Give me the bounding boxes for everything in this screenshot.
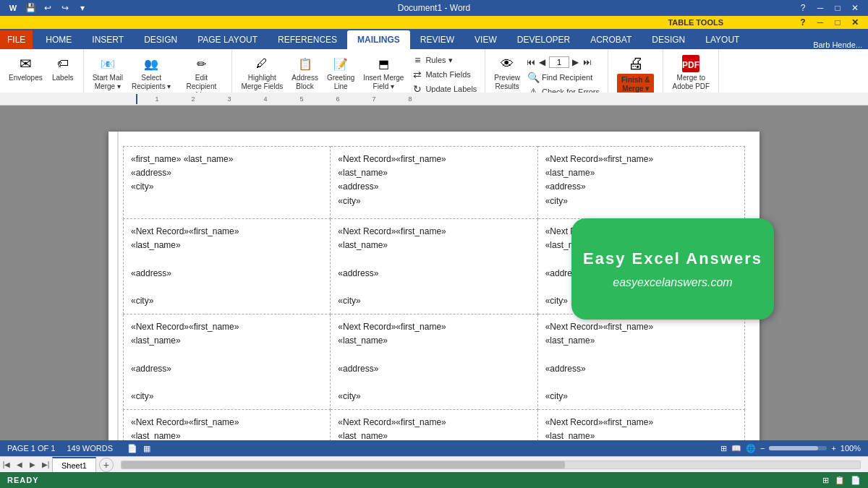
match-fields-button[interactable]: ⇄ Match Fields [409,68,479,81]
page-status: PAGE 1 OF 1 [7,444,55,453]
ready-status: READY [7,476,39,484]
minimize-tt[interactable]: ─ [813,15,827,30]
select-recipients-button[interactable]: 👥 SelectRecipients ▾ [129,52,174,93]
match-fields-icon: ⇄ [412,69,423,80]
insert-merge-field-icon: ⬒ [373,53,393,74]
rules-button[interactable]: ≡ Rules ▾ [409,53,479,67]
help-button[interactable]: ? [796,1,810,15]
close-tt[interactable]: ✕ [848,15,862,30]
merge-to-adobe-pdf-button[interactable]: PDF Merge toAdobe PDF [669,52,712,93]
main-content: «first_name» «last_name»«address»«city» … [0,106,868,440]
restore-button[interactable]: □ [830,1,845,15]
labels-button[interactable]: 🏷 Labels [48,52,77,84]
table-tools-bar: TABLE TOOLS ? ─ □ ✕ [0,16,868,29]
normal-view-icon: 📋 [835,476,845,485]
highlight-merge-fields-label: HighlightMerge Fields [241,74,283,91]
quick-access-toolbar[interactable]: W 💾 ↩ ↪ ▾ [6,1,90,15]
quick-access-more[interactable]: ▾ [75,1,90,15]
labels-label: Labels [52,74,73,82]
start-mail-merge-button[interactable]: 📧 Start MailMerge ▾ [90,52,126,93]
tab-home[interactable]: HOME [35,30,82,49]
add-sheet-button[interactable]: + [99,458,114,472]
labels-icon: 🏷 [53,53,73,74]
table-row: «Next Record»«first_name»«last_name»«add… [124,410,745,440]
tab-mailings[interactable]: MAILINGS [347,30,410,49]
view-web-icon[interactable]: 🌐 [746,444,756,453]
find-recipient-button[interactable]: 🔍 Find Recipient [526,71,602,84]
help-icon[interactable]: ? [796,15,810,30]
redo-button[interactable]: ↪ [58,1,72,15]
save-button[interactable]: 💾 [23,1,38,15]
view-reading-icon[interactable]: 📖 [731,444,741,453]
nav-first-button[interactable]: ⏮ [526,57,536,67]
sheet-nav-next[interactable]: ▶ [26,458,39,471]
window-controls[interactable]: ? ─ □ ✕ [796,1,862,15]
cell-content: «first_name» «last_name»«address»«city» [131,153,323,194]
document-area[interactable]: «first_name» «last_name»«address»«city» … [109,132,760,440]
nav-page-input[interactable] [549,56,569,68]
horizontal-scrollbar[interactable] [121,461,861,469]
undo-button[interactable]: ↩ [41,1,55,15]
zoom-out-icon[interactable]: − [760,444,765,453]
address-block-icon: 📋 [295,53,315,74]
restore-tt[interactable]: □ [830,15,845,30]
nav-next-button[interactable]: ▶ [571,57,581,67]
tab-design2[interactable]: DESIGN [642,30,695,49]
nav-last-button[interactable]: ⏭ [582,57,592,67]
page-layout-icon: 📄 [851,476,861,485]
close-button[interactable]: ✕ [848,1,862,15]
zoom-slider[interactable] [769,446,827,450]
insert-merge-field-button[interactable]: ⬒ Insert MergeField ▾ [360,52,407,93]
label-cell: «Next Record»«first_name»«last_name»«add… [537,147,744,219]
finish-merge-button[interactable]: 🖨 Finish &Merge ▾ [614,52,657,97]
label-cell: «Next Record»«first_name»«last_name»«add… [331,147,537,219]
sheet-nav-first[interactable]: |◀ [0,458,13,471]
sheet-nav-last[interactable]: ▶| [39,458,52,471]
label-cell: «Next Record»«first_name»«last_name»«add… [124,410,331,440]
svg-text:PDF: PDF [682,60,699,70]
tab-design[interactable]: DESIGN [134,30,187,49]
tab-references[interactable]: REFERENCES [268,30,347,49]
minimize-button[interactable]: ─ [813,1,827,15]
greeting-line-label: GreetingLine [327,74,354,91]
sheet-nav-prev[interactable]: ◀ [13,458,26,471]
tab-insert[interactable]: INSERT [82,30,134,49]
tab-view[interactable]: VIEW [464,30,507,49]
layout-icon: ▦ [143,444,150,453]
rules-label: Rules ▾ [425,56,452,65]
cell-content: «Next Record»«first_name»«last_name»«add… [338,320,529,403]
tab-developer[interactable]: DEVELOPER [507,30,580,49]
preview-results-button[interactable]: 👁 PreviewResults [491,52,523,93]
start-mail-merge-label: Start MailMerge ▾ [93,74,123,91]
tab-acrobat[interactable]: ACROBAT [580,30,642,49]
highlight-merge-fields-button[interactable]: 🖊 HighlightMerge Fields [238,52,286,93]
bottom-bar: READY ⊞ 📋 📄 [0,472,868,488]
address-block-label: AddressBlock [292,74,318,91]
nav-prev-button[interactable]: ◀ [537,57,548,67]
tab-file[interactable]: FILE [0,30,33,49]
page-label: PAGE 1 OF 1 [7,444,55,453]
greeting-line-button[interactable]: 📝 GreetingLine [324,52,357,93]
bottom-bar-right: ⊞ 📋 📄 [822,476,861,485]
tab-page-layout[interactable]: PAGE LAYOUT [187,30,268,49]
insert-merge-field-label: Insert MergeField ▾ [363,74,404,91]
green-overlay: Easy Excel Answers easyexcelanswers.com [571,218,774,320]
find-recipient-label: Find Recipient [542,73,592,82]
greeting-line-icon: 📝 [331,53,351,74]
zoom-in-icon[interactable]: + [831,444,835,453]
view-normal-icon[interactable]: ⊞ [720,444,727,453]
sheet-tab-sheet1[interactable]: Sheet1 [52,457,96,473]
envelopes-button[interactable]: ✉ Envelopes [6,52,46,84]
nav-arrows: ⏮ ◀ ▶ ⏭ [526,53,602,68]
status-icons: 📄 ▦ [127,444,150,453]
tab-layout[interactable]: LAYOUT [695,30,749,49]
adobe-pdf-icon: PDF [681,53,701,74]
envelopes-label: Envelopes [9,74,43,82]
select-recipients-label: SelectRecipients ▾ [132,74,171,91]
table-row: «Next Record»«first_name»«last_name»«add… [124,314,745,410]
tab-review[interactable]: REVIEW [410,30,464,49]
address-block-button[interactable]: 📋 AddressBlock [289,52,321,93]
preview-results-label: PreviewResults [494,74,520,91]
envelope-icon: ✉ [15,53,35,74]
words-status: 149 WORDS [67,444,113,453]
